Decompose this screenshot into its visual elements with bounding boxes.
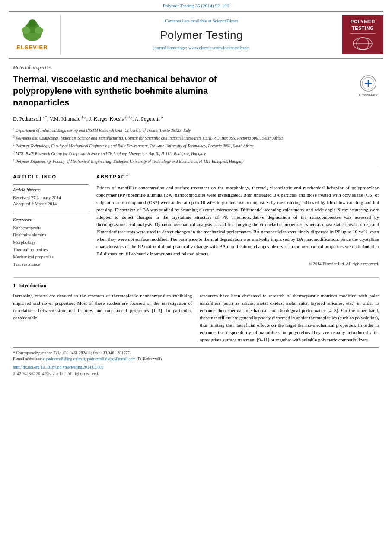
badge-logo-icon [351,36,375,51]
keyword-4: Thermal properties [13,246,89,254]
keyword-6: Tear resistance [13,261,89,268]
keyword-3: Morphology [13,239,89,246]
affiliations: a Department of Industrial Engineering a… [13,127,379,165]
intro-right-text: resources have been dedicated to researc… [200,292,379,344]
journal-citation: Polymer Testing 35 (2014) 92–100 [0,0,392,11]
section-label: Material properties [13,64,379,71]
journal-header: ELSEVIER Contents lists available at Sci… [9,11,383,59]
crossmark-label: CrossMark [359,92,377,97]
abstract-copyright: © 2014 Elsevier Ltd. All rights reserved… [96,261,379,267]
keyword-5: Mechanical properties [13,254,89,261]
journal-homepage: journal homepage: www.elsevier.com/locat… [153,45,250,51]
elsevier-logo: ELSEVIER [9,15,61,54]
keyword-1: Nanocomposite [13,225,89,232]
authors-line: D. Pedrazzoli a,*, V.M. Khumalo b,c, J. … [13,115,379,123]
article-section: Material properties Thermal, viscoelasti… [13,59,379,165]
history-label: Article history: [13,187,89,194]
crossmark-icon [360,75,376,92]
introduction-body: Increasing efforts are devoted to the re… [13,292,379,344]
article-keywords: Keywords: Nanocomposite Boehmite alumina… [13,214,89,268]
introduction-heading-area: 1. Introduction [13,282,379,290]
elsevier-wordmark: ELSEVIER [16,44,48,51]
sciencedirect-line: Contents lists available at ScienceDirec… [165,18,238,25]
crossmark-badge: CrossMark [357,75,379,97]
received-date: Received 27 January 2014 [13,195,89,201]
elsevier-tree-icon [17,18,48,42]
svg-point-3 [28,19,37,27]
keyword-2: Boehmite alumina [13,232,89,239]
article-history: Article history: Received 27 January 201… [13,184,89,207]
introduction-heading: 1. Introduction [13,282,379,290]
abstract-text: Effects of nanofiller concentration and … [96,184,379,258]
badge-title-text: POLYMERTESTING [351,19,375,31]
keywords-list: Nanocomposite Boehmite alumina Morpholog… [13,225,89,268]
footnotes-area: * Corresponding author. Tel.: +39 0461 2… [13,347,379,363]
keywords-label: Keywords: [13,217,89,223]
doi-area: http://dx.doi.org/10.1016/j.polymertesti… [13,365,379,377]
abstract-title: ABSTRACT [96,174,379,180]
svg-point-4 [22,27,30,34]
corresponding-author: * Corresponding author. Tel.: +39 0461 2… [13,350,379,356]
journal-badge: POLYMERTESTING [342,15,383,54]
journal-title: Polymer Testing [160,27,243,43]
svg-point-5 [35,27,43,34]
intro-left-col: Increasing efforts are devoted to the re… [13,292,192,344]
abstract-col: ABSTRACT Effects of nanofiller concentra… [96,174,379,271]
article-info-abstract: ARTICLE INFO Article history: Received 2… [13,174,379,271]
issn-copyright: 0142-9418/© 2014 Elsevier Ltd. All right… [13,371,379,377]
article-info-col: ARTICLE INFO Article history: Received 2… [13,174,89,271]
doi-link: http://dx.doi.org/10.1016/j.polymertesti… [13,365,379,370]
article-title: Thermal, viscoelastic and mechanical beh… [13,73,264,108]
journal-center: Contents lists available at ScienceDirec… [61,15,342,54]
citation-text: Polymer Testing 35 (2014) 92–100 [163,3,229,8]
accepted-date: Accepted 6 March 2014 [13,201,89,207]
email-footnote: E-mail addresses: d.pedrazzoli@ing.unitn… [13,356,379,362]
intro-right-col: resources have been dedicated to researc… [200,292,379,344]
article-info-title: ARTICLE INFO [13,174,89,180]
intro-left-text: Increasing efforts are devoted to the re… [13,292,192,322]
